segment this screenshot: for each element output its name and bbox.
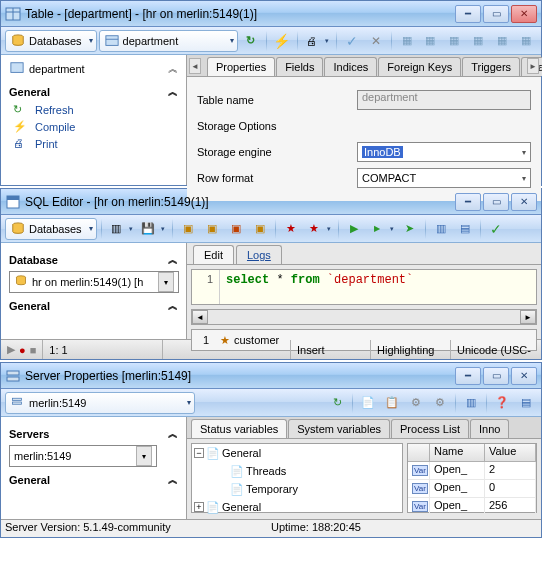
tool-button[interactable]: ▦ [419, 30, 441, 52]
commit-button[interactable]: ✓ [485, 218, 507, 240]
expand-icon[interactable]: + [194, 502, 204, 512]
copy-button[interactable]: 📋 [381, 392, 403, 414]
record-icon[interactable]: ● [19, 344, 26, 356]
grid-row[interactable]: Var Open_ 256 [408, 498, 536, 516]
row-format-select[interactable]: COMPACT [357, 168, 531, 188]
refresh-button[interactable]: ↻ [240, 30, 262, 52]
tool-button[interactable]: ▣ [249, 218, 271, 240]
tab-triggers[interactable]: Triggers [462, 57, 520, 76]
variables-grid[interactable]: Name Value Var Open_ 2 Var Open_ 0 Var [407, 443, 537, 513]
tool-button[interactable]: ▦ [467, 30, 489, 52]
general-header[interactable]: General ︽ [9, 473, 178, 487]
panel-icon: ▥ [466, 396, 476, 409]
gear-button[interactable]: ⚙ [405, 392, 427, 414]
tab-scroll-right[interactable]: ► [527, 58, 539, 74]
sidebar-item-print[interactable]: 🖨 Print [13, 137, 178, 151]
tool-button[interactable]: ▦ [443, 30, 465, 52]
horizontal-scrollbar[interactable]: ◄ ► [191, 309, 537, 325]
panel-button[interactable]: ▤ [515, 392, 537, 414]
tree-item[interactable]: department ︽ [9, 59, 178, 79]
tab-system-variables[interactable]: System variables [288, 419, 390, 438]
help-button[interactable]: ❓ [491, 392, 513, 414]
col-name-header[interactable]: Name [430, 444, 485, 462]
tab-foreign-keys[interactable]: Foreign Keys [378, 57, 461, 76]
table-combo[interactable]: department [99, 30, 238, 52]
run-options-button[interactable]: ▶ [367, 218, 397, 240]
tool-button[interactable]: ★ [304, 218, 334, 240]
tab-logs[interactable]: Logs [236, 245, 282, 264]
cancel-button[interactable]: ✕ [365, 30, 387, 52]
close-button[interactable]: ✕ [511, 367, 537, 385]
tool-button[interactable]: ▦ [515, 30, 537, 52]
commit-button[interactable]: ✓ [341, 30, 363, 52]
panel-button[interactable]: ▥ [460, 392, 482, 414]
tab-status-variables[interactable]: Status variables [191, 419, 287, 438]
databases-combo[interactable]: Databases [5, 30, 97, 52]
tool-button[interactable]: ▦ [491, 30, 513, 52]
minimize-button[interactable]: ━ [455, 367, 481, 385]
tab-process-list[interactable]: Process List [391, 419, 469, 438]
scroll-left-button[interactable]: ◄ [192, 310, 208, 324]
tool-button[interactable]: ▣ [225, 218, 247, 240]
play-icon[interactable]: ▶ [7, 343, 15, 356]
save-button[interactable]: 💾 [138, 218, 168, 240]
tab-scroll-left[interactable]: ◄ [189, 58, 201, 74]
tree-row[interactable]: 📄 Temporary [192, 480, 402, 498]
maximize-button[interactable]: ▭ [483, 5, 509, 23]
stop-icon[interactable]: ■ [30, 344, 37, 356]
tool-button[interactable]: ★ [280, 218, 302, 240]
gear-button[interactable]: ⚙ [429, 392, 451, 414]
maximize-button[interactable]: ▭ [483, 193, 509, 211]
close-button[interactable]: ✕ [511, 193, 537, 211]
tab-edit[interactable]: Edit [193, 245, 234, 264]
tree-row[interactable]: 📄 Threads [192, 462, 402, 480]
sidebar-item-refresh[interactable]: ↻ Refresh [13, 103, 178, 117]
new-button[interactable]: ▥ [106, 218, 136, 240]
servers-header[interactable]: Servers ︽ [9, 427, 178, 441]
tab-indices[interactable]: Indices [324, 57, 377, 76]
category-tree[interactable]: − 📄 General 📄 Threads 📄 Temporary [191, 443, 403, 513]
tab-fields[interactable]: Fields [276, 57, 323, 76]
grid-row[interactable]: Var Open_ 2 [408, 462, 536, 480]
code-text[interactable]: select * from `department` [220, 270, 536, 304]
tool-button[interactable]: ▦ [396, 30, 418, 52]
editor-tabs: Edit Logs [187, 243, 541, 265]
titlebar[interactable]: Table - [department] - [hr on merlin:514… [1, 1, 541, 27]
storage-engine-select[interactable]: InnoDB [357, 142, 531, 162]
general-header[interactable]: General ︽ [9, 85, 178, 99]
server-combo[interactable]: merlin:5149 [5, 392, 195, 414]
compile-button[interactable]: ⚡ [271, 30, 293, 52]
highlighting-mode: Highlighting [371, 340, 451, 359]
tree-row[interactable]: − 📄 General [192, 444, 402, 462]
tab-innodb[interactable]: Inno [470, 419, 509, 438]
export-button[interactable]: 📄 [357, 392, 379, 414]
run-button[interactable]: ▶ [343, 218, 365, 240]
grid-row[interactable]: Var Open_ 0 [408, 480, 536, 498]
tool-button[interactable]: ▣ [177, 218, 199, 240]
sidebar-item-compile[interactable]: ⚡ Compile [13, 120, 178, 134]
tool-button[interactable]: ▤ [454, 218, 476, 240]
database-header[interactable]: Database ︽ [9, 253, 178, 267]
server-select[interactable]: merlin:5149 [9, 445, 157, 467]
tab-properties[interactable]: Properties [207, 57, 275, 76]
col-value-header[interactable]: Value [485, 444, 536, 462]
maximize-button[interactable]: ▭ [483, 367, 509, 385]
close-button[interactable]: ✕ [511, 5, 537, 23]
databases-combo[interactable]: Databases [5, 218, 97, 240]
titlebar[interactable]: Server Properties [merlin:5149] ━ ▭ ✕ [1, 363, 541, 389]
collapse-icon[interactable]: − [194, 448, 204, 458]
tool-button[interactable]: ➤ [399, 218, 421, 240]
tool-button[interactable]: ▥ [430, 218, 452, 240]
chevron-up-icon[interactable]: ︽ [168, 62, 178, 76]
scroll-right-button[interactable]: ► [520, 310, 536, 324]
table-name-input[interactable]: department [357, 90, 531, 110]
database-select[interactable]: hr on merlin:5149(1) [h [9, 271, 179, 293]
general-header[interactable]: General ︽ [9, 299, 178, 313]
minimize-button[interactable]: ━ [455, 193, 481, 211]
tool-button[interactable]: ▣ [201, 218, 223, 240]
code-editor[interactable]: 1 select * from `department` [191, 269, 537, 305]
tree-row[interactable]: + 📄 General [192, 498, 402, 516]
minimize-button[interactable]: ━ [455, 5, 481, 23]
refresh-button[interactable]: ↻ [326, 392, 348, 414]
print-button[interactable]: 🖨 [302, 30, 332, 52]
